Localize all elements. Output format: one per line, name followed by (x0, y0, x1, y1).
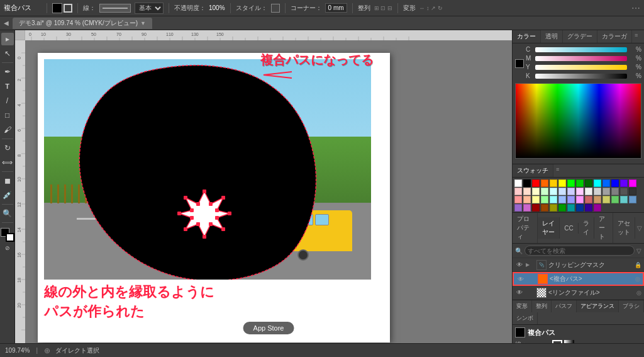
rotate-tool-btn[interactable]: ↻ (1, 142, 14, 154)
swatch-cell[interactable] (585, 188, 592, 195)
tab-gradient[interactable]: グラデー (563, 30, 597, 43)
tab-align[interactable]: 整列 (532, 300, 552, 312)
swatch-cell[interactable] (602, 179, 610, 187)
swatch-cell[interactable] (558, 196, 566, 203)
layer-item-link[interactable]: 👁 <リンクファイル> ◎ (513, 286, 644, 300)
doc-tab[interactable]: デモ3.ai* @ 109.74 % (CMYK/プレビュー) ▼ (13, 18, 152, 29)
swatch-cell[interactable] (532, 196, 540, 203)
tab-assets[interactable]: アセット (613, 217, 635, 239)
swatch-cell[interactable] (541, 196, 548, 203)
stroke-type-select[interactable]: 基本 (135, 3, 164, 14)
funnel-icon[interactable]: ▽ (635, 223, 644, 234)
swatch-cell[interactable] (532, 188, 540, 195)
tab-layers[interactable]: レイヤー (538, 217, 560, 239)
swatch-cell[interactable] (611, 196, 619, 203)
swatch-cell[interactable] (558, 188, 566, 195)
swatch-cell[interactable] (576, 204, 584, 212)
tab-transparency[interactable]: 透明 (541, 30, 563, 43)
layers-search-input[interactable] (525, 246, 635, 256)
swatch-cell[interactable] (629, 188, 636, 195)
swatch-cell[interactable] (514, 196, 522, 203)
swatch-cell[interactable] (629, 179, 636, 187)
tool-stroke-swatch[interactable] (6, 233, 14, 242)
tab-appearance[interactable]: アピアランス (577, 300, 619, 312)
tab-color-guide[interactable]: カラーガ (597, 30, 632, 43)
swatch-cell[interactable] (532, 204, 540, 212)
filter-options-icon[interactable]: ▽ (636, 247, 641, 254)
swatch-cell[interactable] (594, 196, 601, 203)
swatch-cell[interactable] (550, 204, 557, 212)
swatch-cell[interactable] (567, 196, 575, 203)
tab-artboard[interactable]: アート (594, 213, 613, 243)
layer-target-icon-link[interactable]: ◎ (636, 290, 641, 296)
fill-swatch[interactable] (52, 3, 62, 13)
mirror-tool-btn[interactable]: ⟺ (1, 156, 14, 169)
direct-select-tool-btn[interactable]: ↖ (1, 47, 14, 60)
swatch-cell[interactable] (567, 188, 575, 195)
swatch-cell[interactable] (585, 204, 592, 212)
style-preview[interactable] (271, 4, 280, 13)
swatch-cell[interactable] (620, 188, 628, 195)
type-tool-btn[interactable]: T (1, 80, 14, 93)
swatch-cell[interactable] (514, 179, 522, 187)
layer-lock-clipping[interactable]: 🔒 (635, 262, 641, 268)
object-fill-preview[interactable] (515, 327, 525, 337)
panel-menu-icon[interactable]: ≡ (632, 30, 640, 43)
brush-tool-btn[interactable]: 🖌 (1, 123, 14, 136)
cmyk-k-slider[interactable] (535, 74, 627, 79)
tab-symbol[interactable]: シンボ (513, 312, 538, 324)
swatch-cell[interactable] (550, 196, 557, 203)
layer-eye-icon-compound[interactable]: 👁 (516, 275, 525, 283)
swatch-cell[interactable] (523, 179, 531, 187)
swatch-cell[interactable] (594, 179, 601, 187)
select-tool-btn[interactable]: ▸ (1, 33, 14, 45)
swatch-cell[interactable] (558, 179, 566, 187)
swatch-cell[interactable] (585, 179, 592, 187)
swatch-cell[interactable] (558, 204, 566, 212)
swatch-cell[interactable] (514, 204, 522, 212)
app-store-badge[interactable]: App Store (243, 322, 294, 334)
stroke-swatch[interactable] (64, 4, 72, 13)
swatch-cell[interactable] (602, 196, 610, 203)
swatch-cell[interactable] (567, 179, 575, 187)
swatch-cell[interactable] (523, 196, 531, 203)
swatch-cell[interactable] (585, 196, 592, 203)
line-tool-btn[interactable]: / (1, 94, 14, 107)
swatch-cell[interactable] (594, 188, 601, 195)
tab-cc[interactable]: CC (560, 223, 578, 234)
swatch-cell[interactable] (523, 204, 531, 212)
tab-properties[interactable]: プロパティ (513, 213, 538, 243)
swatch-cell[interactable] (550, 179, 557, 187)
swatch-cell[interactable] (576, 196, 584, 203)
tab-library[interactable]: ライ (579, 217, 594, 239)
eyedropper-tool-btn[interactable]: 💉 (1, 189, 14, 201)
swatch-cell[interactable] (550, 188, 557, 195)
cmyk-y-slider[interactable] (535, 65, 627, 70)
back-arrow-btn[interactable]: ◀ (4, 20, 9, 26)
layer-arrow-icon[interactable]: ▶ (526, 262, 535, 268)
zoom-in-btn[interactable]: ⊕ (44, 346, 50, 355)
swatch-cell[interactable] (541, 204, 548, 212)
rect-tool-btn[interactable]: □ (1, 109, 14, 122)
layer-item-compound[interactable]: 👁 <複合パス> ◎ (513, 272, 644, 286)
swatch-cell[interactable] (523, 188, 531, 195)
fill-none-btn[interactable]: ⊘ (5, 245, 10, 251)
tab-brush[interactable]: ブラシ (619, 300, 644, 312)
swatch-cell[interactable] (611, 188, 619, 195)
tab-swatches[interactable]: スウォッチ (513, 164, 553, 177)
swatch-cell[interactable] (620, 179, 628, 187)
zoom-tool-btn[interactable]: 🔍 (1, 207, 14, 220)
cmyk-c-slider[interactable] (535, 47, 627, 52)
color-preview-box[interactable] (515, 59, 524, 68)
swatch-cell[interactable] (541, 179, 548, 187)
swatches-menu-icon[interactable]: ≡ (553, 164, 562, 177)
swatch-cell[interactable] (541, 188, 548, 195)
stroke-preview[interactable] (99, 4, 131, 13)
swatch-cell[interactable] (594, 204, 601, 212)
swatch-cell[interactable] (514, 188, 522, 195)
cmyk-m-slider[interactable] (535, 56, 627, 61)
more-options-btn[interactable]: ⋯ (631, 3, 640, 13)
swatch-cell[interactable] (629, 196, 636, 203)
swatch-cell[interactable] (567, 204, 575, 212)
pen-tool-btn[interactable]: ✒ (1, 65, 14, 78)
